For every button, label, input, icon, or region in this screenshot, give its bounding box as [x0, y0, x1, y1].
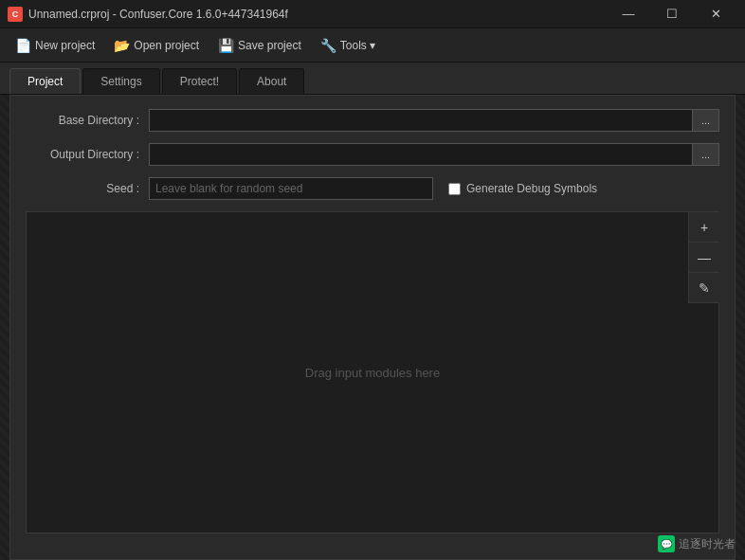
output-directory-browse-button[interactable]: ...: [693, 143, 719, 166]
tabbar: Project Settings Protect! About: [0, 63, 745, 95]
generate-debug-label: Generate Debug Symbols: [466, 182, 597, 195]
save-project-button[interactable]: 💾 Save project: [210, 34, 309, 57]
open-project-button[interactable]: 📂 Open project: [106, 34, 207, 57]
tab-project[interactable]: Project: [9, 68, 81, 94]
tab-protect[interactable]: Protect!: [162, 68, 237, 94]
seed-label: Seed :: [26, 182, 149, 195]
minimize-button[interactable]: —: [607, 0, 650, 28]
modules-drop-zone[interactable]: Drag input modules here + — ✎: [26, 211, 719, 533]
remove-module-button[interactable]: —: [689, 243, 719, 273]
base-directory-row: Base Directory : ...: [26, 109, 719, 132]
tab-about[interactable]: About: [239, 68, 304, 94]
base-directory-label: Base Directory :: [26, 114, 149, 127]
watermark-text: 追逐时光者: [679, 536, 736, 552]
save-project-icon: 💾: [218, 38, 234, 53]
output-directory-label: Output Directory :: [26, 148, 149, 161]
base-directory-browse-button[interactable]: ...: [693, 109, 719, 132]
base-directory-input[interactable]: [149, 109, 693, 132]
toolbar: 📄 New project 📂 Open project 💾 Save proj…: [0, 28, 745, 63]
maximize-button[interactable]: ☐: [650, 0, 694, 28]
tab-settings[interactable]: Settings: [82, 68, 159, 94]
generate-debug-checkbox[interactable]: [448, 183, 461, 195]
output-directory-row: Output Directory : ...: [26, 143, 719, 166]
add-module-button[interactable]: +: [689, 212, 719, 243]
titlebar: C Unnamed.crproj - Confuser.Core 1.6.0+4…: [0, 0, 745, 28]
content-wrapper: Project Settings Protect! About Base Dir…: [0, 63, 745, 560]
seed-row: Seed : Generate Debug Symbols: [26, 177, 719, 200]
tab-content-project: Base Directory : ... Output Directory : …: [9, 95, 736, 560]
debug-symbols-row: Generate Debug Symbols: [448, 182, 597, 195]
seed-input[interactable]: [149, 177, 433, 200]
modules-placeholder: Drag input modules here: [305, 366, 440, 380]
watermark: 💬 追逐时光者: [658, 535, 736, 552]
modules-sidebar: + — ✎: [688, 212, 718, 303]
new-project-icon: 📄: [15, 38, 31, 53]
edit-module-button[interactable]: ✎: [689, 273, 719, 303]
tools-button[interactable]: 🔧 Tools ▾: [313, 34, 383, 57]
open-project-icon: 📂: [114, 38, 130, 53]
modules-area: Drag input modules here + — ✎: [26, 211, 719, 533]
close-button[interactable]: ✕: [694, 0, 737, 28]
window-controls: — ☐ ✕: [607, 0, 737, 28]
app-icon: C: [8, 7, 23, 22]
output-directory-input[interactable]: [149, 143, 693, 166]
tools-icon: 🔧: [320, 38, 336, 53]
wechat-icon: 💬: [658, 535, 675, 552]
window-title: Unnamed.crproj - Confuser.Core 1.6.0+447…: [28, 8, 607, 21]
new-project-button[interactable]: 📄 New project: [8, 34, 102, 57]
